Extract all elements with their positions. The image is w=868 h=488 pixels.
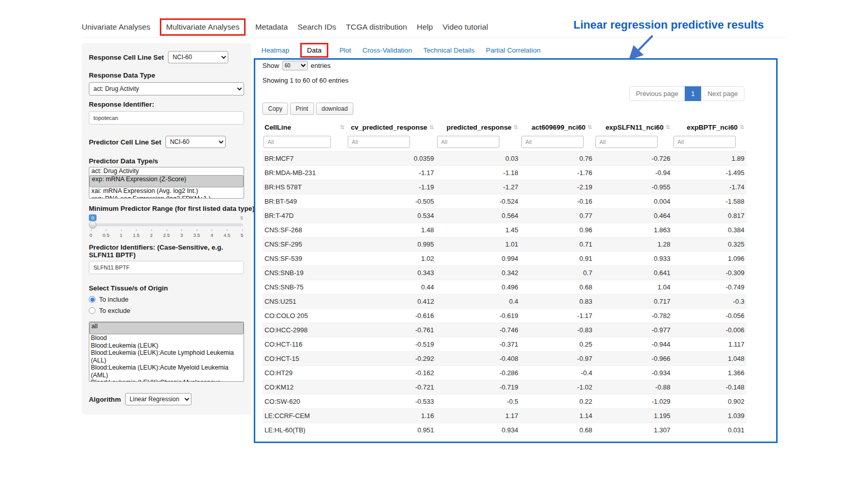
column-label: expBPTF_nci60 — [687, 124, 738, 131]
listbox-option-act-drug-activity[interactable]: act: Drug Activity — [89, 167, 244, 175]
value-cell: 1.039 — [672, 409, 746, 423]
value-cell: 0.4 — [436, 295, 520, 309]
predictor-identifiers-input[interactable] — [89, 261, 244, 274]
value-cell: -1.27 — [436, 180, 520, 194]
value-cell: -0.966 — [594, 352, 672, 366]
page-number-button[interactable]: 1 — [685, 86, 702, 101]
value-cell: -2.19 — [520, 180, 594, 194]
slider-tick-label: 2 — [150, 232, 153, 238]
download-button[interactable]: download — [316, 103, 353, 115]
tab-heatmap[interactable]: Heatmap — [261, 46, 289, 54]
value-cell: 1.307 — [594, 423, 672, 437]
copy-button[interactable]: Copy — [262, 103, 288, 115]
listbox-option-blood-leukemia-leuk[interactable]: Blood:Leukemia (LEUK) — [89, 342, 244, 350]
column-label: expSLFN11_nci60 — [606, 124, 664, 131]
nav-item-univariate-analyses[interactable]: Univariate Analyses — [82, 22, 150, 32]
table-row: CO:HCC-2998-0.761-0.746-0.83-0.977-0.006 — [262, 323, 746, 337]
listbox-option-xsq-rna-seq-expression-log2-fpkm-1[interactable]: xsq: RNA-seq Expression (log2 FPKM+1.) — [89, 195, 244, 199]
column-header-predicted-response[interactable]: predicted_response⇅ — [436, 120, 520, 135]
response-data-type-select[interactable]: act: Drug Activity — [89, 82, 244, 95]
value-cell: 1.048 — [672, 352, 746, 366]
tab-cross-validation[interactable]: Cross-Validation — [363, 46, 412, 54]
column-filter-expslfn11-nci60[interactable] — [595, 136, 658, 148]
tab-partial-correlation[interactable]: Partial Correlation — [486, 46, 540, 54]
tab-bar: HeatmapDataPlotCross-ValidationTechnical… — [261, 43, 541, 58]
tissue-include-option[interactable]: To include — [89, 296, 244, 303]
min-predictor-range-slider[interactable]: 0 5 00.511.522.533.544.55 — [89, 214, 244, 237]
nav-item-help[interactable]: Help — [417, 22, 432, 32]
page-length-select[interactable]: 60 — [282, 61, 308, 70]
value-cell: 1.01 — [436, 237, 520, 252]
sort-icon[interactable]: ⇅ — [340, 124, 345, 131]
listbox-option-exp-mrna-expression-z-score[interactable]: exp: mRNA Expression (Z-Score) — [89, 175, 244, 187]
column-filter-act609699-nci60[interactable] — [521, 136, 584, 148]
nav-item-metadata[interactable]: Metadata — [255, 22, 288, 32]
listbox-option-blood-leukemia-leuk-acute-lymphoid-leuke[interactable]: Blood:Leukemia (LEUK):Acute Lymphoid Leu… — [89, 349, 244, 364]
algorithm-select[interactable]: Linear Regression — [125, 393, 191, 405]
response-cell-line-set-select[interactable]: NCI-60 — [168, 51, 228, 63]
cell-line-cell: CNS:SNB-19 — [262, 266, 347, 280]
cell-line-cell: BR:BT-549 — [262, 194, 347, 209]
tab-technical-details[interactable]: Technical Details — [423, 46, 474, 54]
tissue-exclude-option[interactable]: To exclude — [89, 307, 244, 314]
sort-icon[interactable]: ⇅ — [429, 124, 434, 131]
column-header-cellline[interactable]: CellLine⇅ — [262, 120, 347, 135]
results-panel-inner: Show 60 entries Showing 1 to 60 of 60 en… — [255, 60, 776, 442]
nav-item-video-tutorial[interactable]: Video tutorial — [443, 22, 488, 32]
slider-tick-label: 4.5 — [224, 232, 230, 238]
radio-unchecked-icon[interactable] — [89, 307, 95, 314]
listbox-option-xai-mrna-expression-avg-log2-int[interactable]: xai: mRNA Expression (Avg. log2 Int.) — [89, 187, 244, 195]
nav-item-search-ids[interactable]: Search IDs — [298, 22, 336, 32]
predictor-cell-line-set-select[interactable]: NCI-60 — [165, 136, 226, 148]
value-cell: -1.029 — [594, 395, 672, 409]
column-filter-predicted-response[interactable] — [437, 136, 499, 148]
value-cell: -0.148 — [672, 380, 746, 395]
value-cell: 1.14 — [520, 409, 594, 423]
sort-icon[interactable]: ⇅ — [740, 124, 744, 131]
filter-cell — [262, 135, 347, 152]
column-header-expbptf-nci60[interactable]: expBPTF_nci60⇅ — [672, 120, 746, 135]
predictor-identifiers-label: Predictor Identifiers: (Case-Sensitive, … — [89, 243, 244, 259]
value-cell: -0.934 — [594, 366, 672, 380]
sort-icon[interactable]: ⇅ — [588, 124, 592, 131]
slider-track[interactable] — [90, 224, 243, 226]
value-cell: 1.04 — [594, 280, 672, 295]
value-cell: -0.619 — [436, 309, 520, 323]
value-cell: 0.0359 — [347, 152, 436, 166]
column-header-expslfn11-nci60[interactable]: expSLFN11_nci60⇅ — [594, 120, 672, 135]
value-cell: 0.76 — [520, 152, 594, 166]
tab-data[interactable]: Data — [300, 43, 328, 58]
column-filter-expbptf-nci60[interactable] — [673, 136, 736, 148]
response-identifier-input[interactable] — [89, 111, 244, 125]
slider-handle[interactable] — [89, 221, 97, 229]
slider-tick-label: 3.5 — [194, 232, 200, 238]
value-cell: 0.902 — [672, 395, 746, 409]
value-cell: -0.309 — [672, 266, 746, 280]
tab-plot[interactable]: Plot — [340, 46, 351, 54]
listbox-option-blood[interactable]: Blood — [89, 334, 244, 342]
value-cell: -0.16 — [520, 194, 594, 209]
sort-icon[interactable]: ⇅ — [514, 124, 518, 131]
value-cell: -0.533 — [347, 395, 436, 409]
value-cell: -0.746 — [436, 323, 520, 337]
print-button[interactable]: Print — [290, 103, 314, 115]
column-filter-cellline[interactable] — [263, 136, 331, 148]
column-header-act609699-nci60[interactable]: act609699_nci60⇅ — [520, 120, 594, 135]
listbox-option-all[interactable]: all — [89, 322, 244, 334]
listbox-option-blood-leukemia-leuk-chronic-myelogenous-[interactable]: Blood:Leukemia (LEUK):Chronic Myelogenou… — [89, 379, 244, 382]
nav-item-tcga-distribution[interactable]: TCGA distribution — [346, 22, 407, 32]
previous-page-button[interactable]: Previous page — [629, 86, 685, 101]
column-header-cv-predicted-response[interactable]: cv_predicted_response⇅ — [347, 120, 436, 135]
slider-value-badge: 0 — [89, 214, 97, 221]
sort-icon[interactable]: ⇅ — [666, 124, 670, 131]
nav-item-multivariate-analyses[interactable]: Multivariate Analyses — [160, 18, 246, 36]
radio-checked-icon[interactable] — [89, 296, 95, 303]
value-cell: -0.616 — [347, 309, 436, 323]
include-label: To include — [99, 296, 129, 303]
export-buttons: Copy Print download — [262, 103, 769, 115]
entries-label: entries — [311, 62, 331, 69]
cell-line-cell: CO:SW-620 — [262, 395, 347, 409]
listbox-option-blood-leukemia-leuk-acute-myeloid-leukem[interactable]: Blood:Leukemia (LEUK):Acute Myeloid Leuk… — [89, 364, 244, 379]
next-page-button[interactable]: Next page — [701, 86, 744, 101]
column-filter-cv-predicted-response[interactable] — [348, 136, 410, 148]
